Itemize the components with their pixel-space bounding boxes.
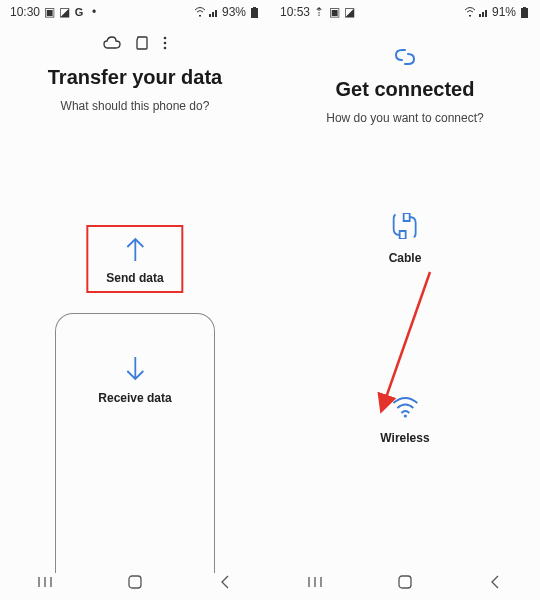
arrow-up-icon bbox=[122, 235, 148, 263]
send-data-button[interactable]: Send data bbox=[86, 225, 183, 293]
signal-icon bbox=[208, 6, 220, 18]
svg-rect-16 bbox=[521, 8, 528, 18]
status-battery: 91% bbox=[492, 5, 516, 19]
wireless-button[interactable]: Wireless bbox=[380, 397, 429, 445]
phone-frame bbox=[55, 313, 215, 573]
battery-icon bbox=[518, 6, 530, 18]
image-icon: ▣ bbox=[328, 6, 340, 18]
svg-rect-0 bbox=[209, 14, 211, 17]
svg-rect-22 bbox=[399, 576, 411, 588]
svg-rect-4 bbox=[251, 8, 258, 18]
svg-rect-14 bbox=[485, 10, 487, 17]
sd-card-icon[interactable] bbox=[135, 36, 149, 54]
status-bar: 10:53 ⇡ ▣ ◪ 91% bbox=[270, 0, 540, 24]
nav-recent-icon[interactable] bbox=[35, 572, 55, 592]
header: Get connected How do you want to connect… bbox=[270, 24, 540, 137]
status-time: 10:30 bbox=[10, 5, 40, 19]
svg-rect-1 bbox=[212, 12, 214, 17]
image-icon: ▣ bbox=[43, 6, 55, 18]
nav-bar bbox=[270, 564, 540, 600]
status-battery: 93% bbox=[222, 5, 246, 19]
dot-icon: • bbox=[88, 6, 100, 18]
svg-point-7 bbox=[164, 47, 167, 50]
svg-line-17 bbox=[382, 272, 430, 409]
wifi-icon bbox=[194, 6, 206, 18]
app-icon: ◪ bbox=[58, 6, 70, 18]
more-icon[interactable] bbox=[163, 36, 167, 54]
nav-home-icon[interactable] bbox=[125, 572, 145, 592]
signal-icon bbox=[478, 6, 490, 18]
app-icon: ◪ bbox=[343, 6, 355, 18]
toolbar bbox=[0, 24, 270, 62]
send-label: Send data bbox=[106, 271, 163, 285]
battery-icon bbox=[248, 6, 260, 18]
nav-back-icon[interactable] bbox=[215, 572, 235, 592]
google-icon: G bbox=[73, 6, 85, 18]
nav-recent-icon[interactable] bbox=[305, 572, 325, 592]
cloud-icon[interactable] bbox=[103, 36, 121, 54]
svg-point-5 bbox=[164, 37, 167, 40]
svg-rect-2 bbox=[215, 10, 217, 17]
link-icon bbox=[286, 48, 524, 70]
svg-point-18 bbox=[403, 414, 406, 417]
upload-icon: ⇡ bbox=[313, 6, 325, 18]
status-time: 10:53 bbox=[280, 5, 310, 19]
svg-rect-15 bbox=[523, 7, 526, 8]
arrow-down-icon bbox=[122, 355, 148, 383]
svg-rect-12 bbox=[479, 14, 481, 17]
receive-data-button[interactable]: Receive data bbox=[98, 355, 171, 405]
cable-button[interactable]: Cable bbox=[389, 213, 422, 265]
cable-label: Cable bbox=[389, 251, 422, 265]
nav-home-icon[interactable] bbox=[395, 572, 415, 592]
nav-bar bbox=[0, 564, 270, 600]
svg-rect-3 bbox=[253, 7, 256, 8]
wireless-label: Wireless bbox=[380, 431, 429, 445]
status-bar: 10:30 ▣ ◪ G • 93% bbox=[0, 0, 270, 24]
page-subtitle: What should this phone do? bbox=[16, 99, 254, 113]
header: Transfer your data What should this phon… bbox=[0, 62, 270, 125]
page-title: Transfer your data bbox=[16, 66, 254, 89]
wifi-icon bbox=[464, 6, 476, 18]
svg-point-6 bbox=[164, 42, 167, 45]
left-screen: 10:30 ▣ ◪ G • 93% bbox=[0, 0, 270, 600]
svg-rect-13 bbox=[482, 12, 484, 17]
receive-label: Receive data bbox=[98, 391, 171, 405]
svg-rect-11 bbox=[129, 576, 141, 588]
page-title: Get connected bbox=[286, 78, 524, 101]
wifi-icon bbox=[391, 397, 419, 423]
right-screen: 10:53 ⇡ ▣ ◪ 91% Get connected How do you… bbox=[270, 0, 540, 600]
page-subtitle: How do you want to connect? bbox=[286, 111, 524, 125]
cable-icon bbox=[390, 213, 420, 243]
nav-back-icon[interactable] bbox=[485, 572, 505, 592]
